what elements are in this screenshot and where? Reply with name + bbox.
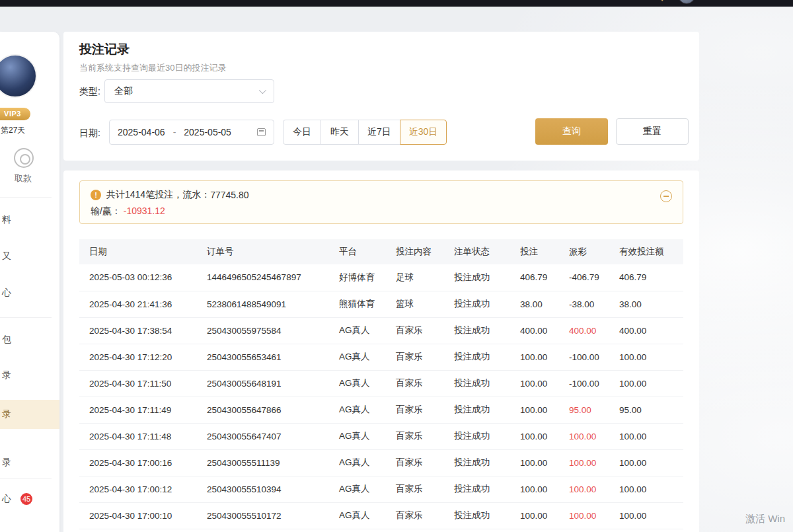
topbar-item-transfer[interactable]: 转账 (508, 0, 527, 1)
sidebar-menu-item[interactable]: 录 (0, 361, 59, 390)
status-cell: 投注成功 (444, 370, 510, 397)
search-button[interactable]: 查询 (535, 118, 608, 145)
date-cell: 2025-04-30 17:11:49 (79, 397, 197, 423)
order-cell: 250430055647407 (197, 423, 329, 449)
type-select[interactable]: 全部 (104, 79, 274, 103)
valid-amount-cell: 406.79 (609, 264, 683, 291)
sidebar-menu-item[interactable]: 录 (0, 448, 59, 477)
page-subtitle: 当前系统支持查询最近30日的投注记录 (79, 62, 226, 74)
content-cell: 百家乐 (386, 397, 444, 423)
payout-cell: -406.79 (559, 264, 609, 291)
column-header: 投注内容 (386, 239, 444, 264)
date-cell: 2025-05-03 00:12:36 (79, 264, 197, 291)
bet-cell: 100.00 (510, 476, 559, 502)
status-cell: 投注成功 (444, 502, 510, 529)
status-cell: 投注成功 (444, 264, 510, 291)
table-body: 2025-05-03 00:12:361446496505245467897好博… (79, 264, 683, 529)
topbar-item-withdraw[interactable]: 取款 (544, 0, 562, 1)
payout-cell: -100.00 (559, 344, 609, 370)
column-header: 有效投注额 (609, 239, 683, 264)
sidebar-item-label: 料 (2, 214, 11, 226)
summary-line1: ! 共计1414笔投注，流水： 77745.80 (91, 189, 672, 201)
sidebar-divider (0, 478, 52, 479)
order-cell: 250430055511139 (197, 449, 329, 476)
sidebar-menu-item[interactable]: 录 (0, 400, 59, 429)
filter-card: 投注记录 当前系统支持查询最近30日的投注记录 类型: 全部 日期: 2025-… (63, 32, 699, 161)
sidebar-divider (0, 197, 52, 198)
status-cell: 投注成功 (444, 397, 510, 423)
table-header: 日期订单号平台投注内容注单状态投注派彩有效投注额 (79, 239, 683, 264)
topbar-item-deposit[interactable]: 存款 (472, 0, 491, 1)
bet-cell: 100.00 (510, 449, 559, 476)
collapse-icon[interactable] (660, 190, 672, 202)
quick-range-group: 今日昨天近7日近30日 (283, 120, 447, 145)
payout-cell: 100.00 (559, 502, 609, 529)
table-row: 2025-04-30 21:41:365238061488549091熊猫体育篮… (79, 291, 683, 317)
sidebar: VIP3 第27天 取款 料又心包录录录心45 (0, 32, 59, 532)
reset-button[interactable]: 重置 (616, 118, 689, 145)
column-header: 订单号 (197, 239, 329, 264)
date-cell: 2025-04-30 17:00:12 (79, 476, 197, 502)
chevron-down-icon (259, 87, 266, 94)
bet-records-table: 日期订单号平台投注内容注单状态投注派彩有效投注额 2025-05-03 00:1… (79, 239, 683, 529)
table-row: 2025-04-30 17:00:10250430055510172AG真人百家… (79, 502, 683, 529)
content-cell: 百家乐 (386, 423, 444, 449)
platform-cell: AG真人 (329, 344, 386, 370)
calendar-icon[interactable] (257, 128, 266, 136)
sidebar-item-label: 包 (2, 334, 11, 346)
platform-cell: AG真人 (329, 476, 386, 502)
valid-amount-cell: 400.00 (609, 317, 683, 344)
withdraw-label[interactable]: 取款 (15, 172, 32, 184)
order-cell: 250430055510394 (197, 476, 329, 502)
notification-badge: 45 (20, 493, 32, 505)
sidebar-item-label: 录 (2, 457, 11, 469)
results-card: ! 共计1414笔投注，流水： 77745.80 输/赢： -10931.12 … (63, 171, 699, 532)
platform-cell: AG真人 (329, 423, 386, 449)
vip-badge: VIP3 (0, 108, 30, 120)
withdraw-icon[interactable] (14, 148, 34, 168)
date-cell: 2025-04-30 17:38:54 (79, 317, 197, 344)
date-end-value[interactable]: 2025-05-05 (184, 127, 231, 137)
order-cell: 1446496505245467897 (197, 264, 329, 291)
platform-cell: AG真人 (329, 397, 386, 423)
payout-cell: 100.00 (559, 476, 609, 502)
column-header: 平台 (329, 239, 386, 264)
bet-cell: 406.79 (510, 264, 559, 291)
sidebar-menu-item[interactable]: 包 (0, 325, 59, 354)
sidebar-menu-item[interactable]: 心45 (0, 484, 59, 513)
quick-range-button[interactable]: 近7日 (358, 120, 400, 145)
date-cell: 2025-04-30 17:12:20 (79, 344, 197, 370)
content-cell: 篮球 (386, 291, 444, 317)
date-range-picker[interactable]: 2025-04-06 - 2025-05-05 (109, 120, 274, 145)
valid-amount-cell: 100.00 (609, 370, 683, 397)
sidebar-item-label: 录 (2, 369, 11, 381)
platform-cell: 好博体育 (329, 264, 386, 291)
type-select-value: 全部 (114, 85, 133, 97)
page-title: 投注记录 (79, 41, 130, 58)
summary-turnover-label: 共计1414笔投注，流水： (106, 189, 210, 201)
date-start-value[interactable]: 2025-04-06 (118, 127, 165, 137)
user-avatar[interactable] (0, 54, 37, 98)
summary-winloss-label: 输/赢： (91, 206, 121, 216)
sidebar-divider (0, 317, 52, 318)
valid-amount-cell: 100.00 (609, 476, 683, 502)
quick-range-button[interactable]: 近30日 (400, 120, 447, 145)
valid-amount-cell: 100.00 (609, 423, 683, 449)
content-cell: 百家乐 (386, 317, 444, 344)
topbar-avatar[interactable] (678, 0, 695, 4)
sidebar-menu-item[interactable]: 心 (0, 278, 59, 307)
topbar-inner: 存款 转账 取款 欢迎您的加入 (472, 0, 793, 7)
payout-cell: 400.00 (559, 317, 609, 344)
quick-range-button[interactable]: 昨天 (321, 120, 359, 145)
quick-range-button[interactable]: 今日 (283, 120, 321, 145)
table-row: 2025-04-30 17:11:48250430055647407AG真人百家… (79, 423, 683, 449)
column-header: 派彩 (559, 239, 609, 264)
bet-cell: 400.00 (510, 317, 559, 344)
info-icon: ! (91, 190, 101, 200)
content-cell: 百家乐 (386, 370, 444, 397)
table-row: 2025-04-30 17:12:20250430055653461AG真人百家… (79, 344, 683, 370)
sidebar-menu-item[interactable]: 又 (0, 242, 59, 271)
valid-amount-cell: 95.00 (609, 397, 683, 423)
sidebar-menu-item[interactable]: 料 (0, 206, 59, 235)
summary-banner: ! 共计1414笔投注，流水： 77745.80 输/赢： -10931.12 (79, 180, 683, 224)
